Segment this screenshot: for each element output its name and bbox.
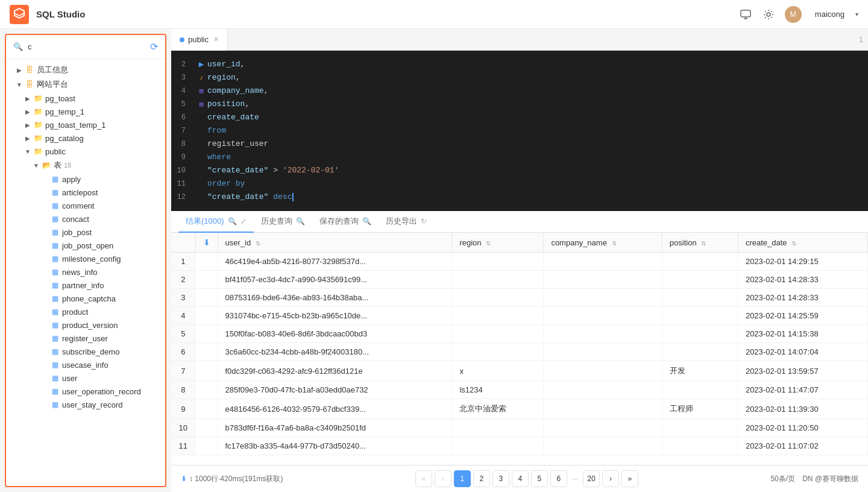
page-2-button[interactable]: 2	[473, 470, 490, 487]
results-expand-icon[interactable]: ⤢	[241, 217, 247, 226]
sidebar-item-phone_captcha[interactable]: ▦phone_captcha	[6, 292, 165, 305]
tree-arrow-website: ▼	[16, 81, 23, 88]
sidebar-item-apply[interactable]: ▦apply	[6, 172, 165, 186]
sidebar-item-job_post_open[interactable]: ▦job_post_open	[6, 239, 165, 252]
sql-editor[interactable]: 2 ▶ user_id, 3 ♪ region, 4 ▤ company_nam…	[171, 51, 868, 211]
sidebar-item-pg_catalog[interactable]: ▶📁pg_catalog	[6, 131, 165, 145]
col-header-region[interactable]: region ⇅	[452, 233, 544, 253]
download-arrow-icon[interactable]: ⬇	[181, 475, 187, 483]
sidebar-item-news_info[interactable]: ▦news_info	[6, 265, 165, 279]
tree-icon-concact: ▦	[50, 214, 60, 224]
sidebar-item-user_stay_record[interactable]: ▦user_stay_record	[6, 398, 165, 411]
monitor-icon[interactable]	[739, 8, 752, 21]
row-num-cell: 11	[171, 437, 195, 455]
tree-icon-pg_temp_1: 📁	[33, 107, 43, 116]
page-first-button[interactable]: «	[415, 470, 432, 487]
row-download-cell	[195, 381, 218, 399]
history-query-icon: 🔍	[296, 217, 305, 226]
sidebar-item-product_version[interactable]: ▦product_version	[6, 318, 165, 332]
row-user-id-cell: e4816456-6126-4032-9579-67dbcf339...	[218, 399, 452, 419]
sidebar-item-pg_temp_1[interactable]: ▶📁pg_temp_1	[6, 105, 165, 118]
sidebar-item-job_post[interactable]: ▦job_post	[6, 226, 165, 239]
page-6-button[interactable]: 6	[550, 470, 567, 487]
row-num-cell: 7	[171, 361, 195, 381]
col-header-row-num	[171, 233, 195, 253]
app-title: SQL Studio	[36, 9, 739, 19]
tab-export-history[interactable]: 历史导出 ↻	[379, 211, 434, 233]
sidebar-item-pg_toast[interactable]: ▶📁pg_toast	[6, 92, 165, 105]
page-4-button[interactable]: 4	[512, 470, 529, 487]
editor-line-2: 2 ▶ user_id,	[171, 58, 868, 71]
sidebar-item-user[interactable]: ▦user	[6, 371, 165, 385]
sidebar-item-website[interactable]: ▼🗄网站平台	[6, 77, 165, 92]
sidebar-item-tables_group[interactable]: ▼📂表18	[6, 158, 165, 172]
page-3-button[interactable]: 3	[492, 470, 509, 487]
table-header-row: ⬇ user_id ⇅ region ⇅ company_name ⇅ posi…	[171, 233, 868, 253]
main-layout: 🔍 ⟳ ▶🗄员工信息▼🗄网站平台▶📁pg_toast▶📁pg_temp_1▶📁p…	[0, 29, 868, 492]
tab-results[interactable]: 结果(1000) 🔍 ⤢	[178, 211, 254, 233]
col-header-company-name[interactable]: company_name ⇅	[544, 233, 662, 253]
tab-history-query[interactable]: 历史查询 🔍	[254, 211, 312, 233]
sidebar-item-concact[interactable]: ▦concact	[6, 212, 165, 226]
row-create-date-cell: 2023-02-01 13:59:57	[738, 361, 867, 381]
page-last-button[interactable]: »	[621, 470, 638, 487]
sidebar-item-public[interactable]: ▼📁public	[6, 145, 165, 158]
col-header-position[interactable]: position ⇅	[662, 233, 738, 253]
saved-query-icon: 🔍	[362, 217, 371, 226]
sidebar-item-milestone_config[interactable]: ▦milestone_config	[6, 252, 165, 265]
sidebar-item-articlepost[interactable]: ▦articlepost	[6, 186, 165, 199]
table-row: 9 e4816456-6126-4032-9579-67dbcf339... 北…	[171, 399, 868, 419]
user-avatar[interactable]: M	[785, 6, 802, 23]
sidebar-item-comment[interactable]: ▦comment	[6, 199, 165, 212]
sidebar-item-employee[interactable]: ▶🗄员工信息	[6, 63, 165, 77]
row-position-cell	[662, 419, 738, 437]
refresh-icon[interactable]: ⟳	[150, 41, 158, 52]
row-user-id-cell: f0dc329f-c063-4292-afc9-612ff36d121e	[218, 361, 452, 381]
row-user-id-cell: 931074bc-e715-45cb-b23b-a965c10de...	[218, 307, 452, 325]
page-1-button[interactable]: 1	[454, 470, 471, 487]
sidebar-item-partner_info[interactable]: ▦partner_info	[6, 279, 165, 292]
pagination-info: ⬇ ↕ 1000行·420ms(191ms获取)	[181, 474, 283, 484]
row-num-cell: 6	[171, 343, 195, 361]
row-user-id-cell: b783df6f-f16a-47a6-ba8a-c3409b2501fd	[218, 419, 452, 437]
row-user-id-cell: 46c419e4-ab5b-4216-8077-3298f537d...	[218, 253, 452, 271]
tree-icon-job_post_open: ▦	[50, 241, 60, 250]
results-tab-label: 结果(1000)	[186, 216, 224, 227]
tree-label-milestone_config: milestone_config	[62, 254, 121, 263]
row-position-cell	[662, 381, 738, 399]
page-5-button[interactable]: 5	[531, 470, 548, 487]
download-icon[interactable]: ⬇	[203, 238, 210, 247]
sidebar-item-subscribe_demo[interactable]: ▦subscribe_demo	[6, 345, 165, 358]
tree-icon-product: ▦	[50, 307, 60, 317]
tab-saved-query[interactable]: 保存的查询 🔍	[312, 211, 379, 233]
row-user-id-cell: 285f09e3-70d0-47fc-b1af-a03edd0ae732	[218, 381, 452, 399]
col-header-user-id[interactable]: user_id ⇅	[218, 233, 452, 253]
tab-close-button[interactable]: ✕	[213, 36, 219, 43]
sidebar-item-product[interactable]: ▦product	[6, 305, 165, 318]
run-arrow-icon[interactable]: ▶	[199, 58, 204, 71]
page-next-button[interactable]: ›	[602, 470, 619, 487]
sidebar-item-register_user[interactable]: ▦register_user	[6, 332, 165, 345]
tree-icon-product_version: ▦	[50, 320, 60, 330]
row-region-cell	[452, 419, 544, 437]
sidebar-item-usecase_info[interactable]: ▦usecase_info	[6, 358, 165, 371]
sidebar-item-user_operation_record[interactable]: ▦user_operation_record	[6, 385, 165, 398]
search-input[interactable]	[28, 42, 145, 51]
username-chevron[interactable]: ▾	[855, 11, 858, 17]
editor-tab-public[interactable]: public ✕	[171, 29, 228, 51]
row-download-cell	[195, 253, 218, 271]
tree-label-partner_info: partner_info	[62, 281, 104, 290]
tree-label-news_info: news_info	[62, 268, 98, 277]
page-prev-button[interactable]: ‹	[435, 470, 451, 487]
editor-tab-bar: public ✕ 1	[171, 29, 868, 51]
row-create-date-cell: 2023-02-01 14:29:15	[738, 253, 867, 271]
settings-icon[interactable]	[762, 8, 775, 21]
table-row: 1 46c419e4-ab5b-4216-8077-3298f537d... 2…	[171, 253, 868, 271]
row-download-cell	[195, 361, 218, 381]
page-20-button[interactable]: 20	[583, 470, 600, 487]
sidebar-item-pg_toast_temp_1[interactable]: ▶📁pg_toast_temp_1	[6, 118, 165, 131]
row-company-name-cell	[544, 381, 662, 399]
tree-label-articlepost: articlepost	[62, 188, 98, 197]
username[interactable]: maicong	[815, 10, 844, 19]
col-header-create-date[interactable]: create_date ⇅	[738, 233, 867, 253]
